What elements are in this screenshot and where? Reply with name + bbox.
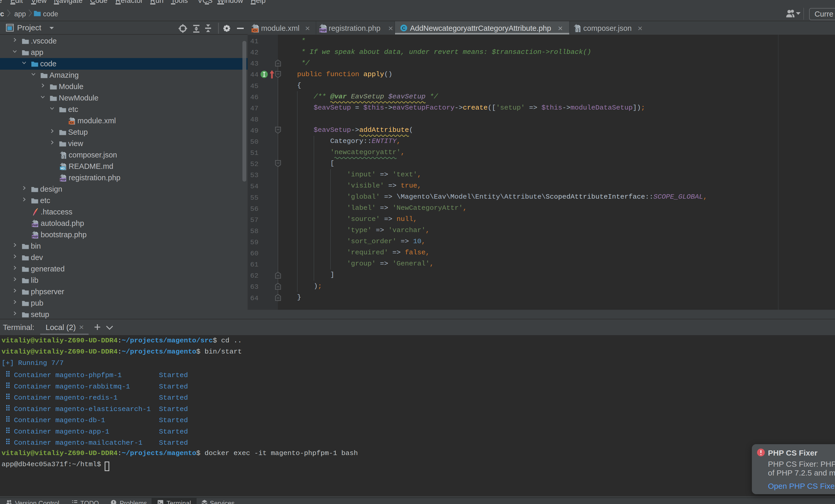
svg-text:C: C [402, 25, 406, 31]
svg-text:MD: MD [60, 167, 65, 170]
svg-text:<>: <> [70, 121, 73, 125]
svg-text:{·}: {·} [60, 154, 65, 159]
svg-text:{·}: {·} [574, 27, 579, 33]
svg-text:PHP: PHP [32, 235, 38, 238]
svg-text:<>: <> [253, 28, 257, 33]
svg-text:PHP: PHP [32, 224, 38, 227]
svg-text:PHP: PHP [60, 178, 66, 181]
svg-text:PHP: PHP [320, 29, 327, 33]
